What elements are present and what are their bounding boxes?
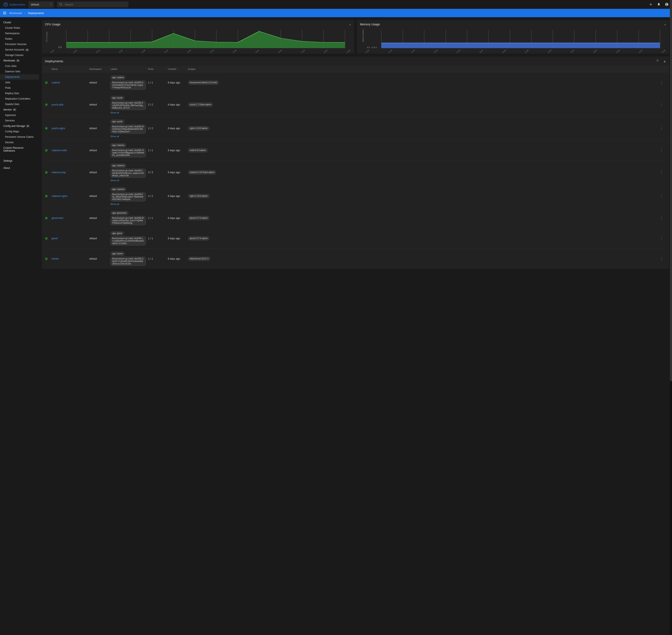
label-chip[interactable]: app: matomo <box>110 143 126 148</box>
label-chip[interactable]: fluxcd.io/sync-gc-mark: sha256.GbyOP-l7x… <box>110 257 146 266</box>
create-icon[interactable] <box>649 2 653 6</box>
deployment-name-link[interactable]: matomo-redis <box>51 149 67 152</box>
scrollbar-thumb[interactable] <box>670 0 672 272</box>
deployment-name-link[interactable]: codimd <box>51 81 60 84</box>
deployment-name-link[interactable]: matomo-php <box>51 171 66 174</box>
label-chip[interactable]: fluxcd.io/sync-gc-mark: sha256.XcZkjOPc5… <box>110 101 146 110</box>
label-chip[interactable]: app: yourls <box>110 119 124 124</box>
row-menu-icon[interactable]: ⋮ <box>660 237 663 240</box>
image-chip[interactable]: ghost:3.27.0-alpine <box>188 216 210 220</box>
sidebar-item[interactable]: Replica Sets <box>0 91 39 96</box>
brand-text: kubernetes <box>9 3 25 6</box>
show-all-link[interactable]: Show all <box>110 203 119 205</box>
row-menu-icon[interactable]: ⋮ <box>660 216 663 220</box>
deployments-table: Deployments ▲ Name Namespace Labels Pods… <box>42 57 669 269</box>
col-created[interactable]: Created↑ <box>168 68 188 70</box>
sidebar-footer-item[interactable]: Settings <box>0 157 39 165</box>
row-menu-icon[interactable]: ⋮ <box>660 81 663 85</box>
label-chip[interactable]: app: ghost-tech <box>110 211 129 215</box>
image-chip[interactable]: linuxserver/codimd:1.6.0-ls42 <box>188 81 219 85</box>
deployment-name-link[interactable]: ghost-tech <box>51 217 63 220</box>
sidebar-item[interactable]: Deployments <box>0 74 39 80</box>
show-all-link[interactable]: Show all <box>110 179 119 182</box>
nav-section-title[interactable]: ServiceN <box>0 107 39 112</box>
sidebar-item[interactable]: Service AccountsN <box>0 47 39 52</box>
show-all-link[interactable]: Show all <box>110 135 119 137</box>
namespace-cell: default <box>89 103 110 106</box>
collapse-icon[interactable]: ▲ <box>663 59 666 63</box>
label-chip[interactable]: app: yourls <box>110 96 124 100</box>
label-chip[interactable]: app: codimd <box>110 75 125 80</box>
image-chip[interactable]: b4bz/homer:20.07.2 <box>188 257 210 261</box>
deployment-name-link[interactable]: ghost <box>51 237 58 240</box>
sidebar-item[interactable]: Persistent Volumes <box>0 42 39 47</box>
sidebar-item[interactable]: Cron Jobs <box>0 63 39 69</box>
label-chip[interactable]: fluxcd.io/sync-gc-mark: sha256.WodhgVJzR… <box>110 216 146 225</box>
image-chip[interactable]: yourls:1.7.9-fpm-alpine <box>188 103 213 107</box>
bell-icon[interactable] <box>657 2 661 6</box>
col-namespace[interactable]: Namespace <box>89 68 110 70</box>
image-chip[interactable]: redis:6.0.6-alpine <box>188 148 208 152</box>
sidebar-item[interactable]: Nodes <box>0 36 39 42</box>
sidebar-item[interactable]: Services <box>0 118 39 123</box>
label-chip[interactable]: fluxcd.io/sync-gc-mark: sha256.iDOJGhxhC… <box>110 125 146 134</box>
scrollbar[interactable] <box>670 0 672 272</box>
sidebar-item[interactable]: Config Maps <box>0 129 39 134</box>
row-menu-icon[interactable]: ⋮ <box>660 257 663 261</box>
row-menu-icon[interactable]: ⋮ <box>660 103 663 107</box>
user-icon[interactable] <box>665 2 669 6</box>
menu-icon[interactable] <box>2 11 7 15</box>
row-menu-icon[interactable]: ⋮ <box>660 171 663 174</box>
nav-section-title[interactable]: Cluster <box>0 20 39 25</box>
collapse-icon[interactable]: ▲ <box>349 23 351 26</box>
row-menu-icon[interactable]: ⋮ <box>660 194 663 198</box>
namespace-selector[interactable]: default <box>28 1 54 7</box>
deployment-name-link[interactable]: yourls-php <box>51 103 63 106</box>
deployment-name-link[interactable]: homer <box>51 257 59 260</box>
sidebar-item[interactable]: Secrets <box>0 140 39 145</box>
label-chip[interactable]: app: matomo <box>110 163 126 168</box>
col-labels[interactable]: Labels <box>110 68 148 70</box>
col-name[interactable]: Name <box>51 68 89 70</box>
sidebar-footer-item[interactable]: About <box>0 165 39 172</box>
sidebar-item[interactable]: Cluster Roles <box>0 25 39 30</box>
nav-section-title[interactable]: Config and StorageN <box>0 123 39 129</box>
sidebar-item[interactable]: Pods <box>0 85 39 91</box>
image-chip[interactable]: ghost:3.27.0-alpine <box>188 236 210 241</box>
label-chip[interactable]: fluxcd.io/sync-gc-mark: sha256.sV-ns05ly… <box>110 236 146 245</box>
sidebar-item[interactable]: Ingresses <box>0 112 39 118</box>
namespace-cell: default <box>89 81 110 84</box>
col-pods[interactable]: Pods <box>148 68 168 70</box>
deployment-name-link[interactable]: yourls-nginx <box>51 127 65 130</box>
label-chip[interactable]: fluxcd.io/sync-gc-mark: sha256.vAyhdIJzP… <box>110 169 146 178</box>
collapse-icon[interactable]: ▲ <box>664 23 666 26</box>
filter-icon[interactable] <box>656 59 659 63</box>
nav-section-title[interactable]: Custom Resource Definitions <box>0 145 39 154</box>
sidebar-item[interactable]: Jobs <box>0 80 39 85</box>
row-menu-icon[interactable]: ⋮ <box>660 149 663 152</box>
show-all-link[interactable]: Show all <box>110 111 119 114</box>
breadcrumb-parent[interactable]: Workloads <box>9 12 22 15</box>
label-chip[interactable]: app: matomo <box>110 187 126 192</box>
col-images[interactable]: Images <box>188 68 660 70</box>
sidebar-item[interactable]: Stateful Sets <box>0 102 39 107</box>
label-chip[interactable]: fluxcd.io/sync-gc-mark: sha256.GeVwUsAD4… <box>110 81 146 90</box>
sidebar-item[interactable]: Persistent Volume Claims <box>0 134 39 140</box>
deployment-name-link[interactable]: matomo-nginx <box>51 195 67 198</box>
sidebar-item[interactable]: Namespaces <box>0 30 39 36</box>
image-chip[interactable]: nginx:1.18.0-alpine <box>188 126 210 130</box>
search-input[interactable] <box>65 3 126 6</box>
sidebar-item[interactable]: Storage Classes <box>0 52 39 58</box>
sidebar-item[interactable]: Daemon Sets <box>0 69 39 74</box>
label-chip[interactable]: app: ghost <box>110 231 124 236</box>
nav-section-title[interactable]: WorkloadsN <box>0 58 39 63</box>
image-chip[interactable]: matomo:3.14.0-fpm-alpine <box>188 170 216 174</box>
row-menu-icon[interactable]: ⋮ <box>660 127 663 130</box>
search-box[interactable] <box>57 1 128 7</box>
label-chip[interactable]: app: homer <box>110 251 125 256</box>
label-chip[interactable]: fluxcd.io/sync-gc-mark: sha256.7k3wALxYr… <box>110 148 146 157</box>
sidebar-item[interactable]: Replication Controllers <box>0 96 39 102</box>
label-chip[interactable]: fluxcd.io/sync-gc-mark: sha256.F3p_9tlIQ… <box>110 192 146 201</box>
logo[interactable]: kubernetes <box>3 2 25 7</box>
image-chip[interactable]: nginx:1.18.0-alpine <box>188 194 210 198</box>
